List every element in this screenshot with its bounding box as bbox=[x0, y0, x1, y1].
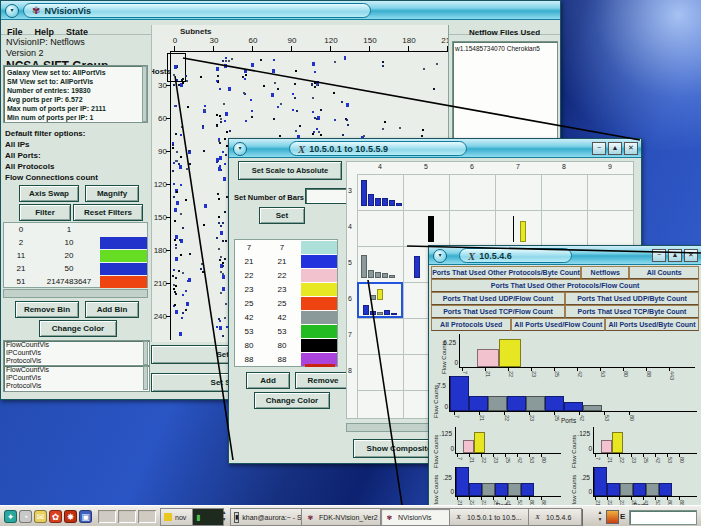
view-item[interactable]: IPCountVis bbox=[4, 349, 149, 357]
chart-xtick-mark bbox=[469, 454, 470, 457]
taskbar-task-khan-aurora-sh[interactable]: ▮khan@aurora:~ - Sh bbox=[230, 508, 306, 526]
taskbar-task-fdk-nvision-ver2[interactable]: ✾FDK-NVision_Ver2 bbox=[301, 508, 385, 526]
panel-slot[interactable] bbox=[98, 510, 116, 523]
set-button[interactable]: Set bbox=[259, 207, 305, 224]
close-button[interactable]: ✕ bbox=[684, 249, 698, 262]
port-bin-row[interactable]: 2525 bbox=[235, 296, 337, 310]
grid-cell[interactable] bbox=[357, 246, 403, 282]
galaxy-dot bbox=[172, 170, 174, 172]
pager-spinner[interactable]: ▲▼ bbox=[596, 509, 604, 524]
run-icon[interactable] bbox=[606, 510, 619, 524]
magnify-button[interactable]: Magnify bbox=[85, 185, 139, 202]
minimize-button[interactable]: − bbox=[592, 142, 606, 155]
reset-filters-button[interactable]: Reset Filters bbox=[73, 204, 143, 221]
port-bin-row[interactable]: 2121 bbox=[235, 254, 337, 268]
smv-add-button[interactable]: Add bbox=[246, 372, 290, 389]
bin-row[interactable]: 1120 bbox=[4, 249, 147, 262]
tab-all-ports-used-flow-count[interactable]: All Ports Used/Flow Count bbox=[511, 318, 605, 331]
maximize-button[interactable]: ▲ bbox=[608, 142, 622, 155]
tab-all-counts[interactable]: All Counts bbox=[629, 266, 699, 279]
chart-xtick-mark bbox=[629, 412, 630, 415]
grid-cell[interactable] bbox=[357, 174, 403, 210]
maximize-button[interactable]: ▲ bbox=[668, 249, 682, 262]
panel-slot[interactable] bbox=[118, 510, 136, 523]
tab-ports-that-used-other-protocols-byte-count[interactable]: Ports That Used Other Protocols/Byte Cou… bbox=[431, 266, 581, 279]
grid-cell-selected[interactable] bbox=[357, 282, 403, 318]
taskbar-task-nvisionvis[interactable]: ✾NVisionVis bbox=[380, 508, 454, 526]
minimize-button[interactable]: − bbox=[652, 249, 666, 262]
grid-cell[interactable] bbox=[403, 210, 449, 246]
tab-all-ports-used-byte-count[interactable]: All Ports Used/Byte Count bbox=[605, 318, 699, 331]
tab-ports-that-used-tcp-byte-count[interactable]: Ports That Used TCP/Byte Count bbox=[565, 305, 699, 318]
set-scale-absolute-button[interactable]: Set Scale to Absolute bbox=[238, 161, 342, 180]
launcher-app1-icon[interactable]: ✿ bbox=[49, 510, 62, 523]
bin-row[interactable]: 210 bbox=[4, 236, 147, 249]
view-item[interactable]: ProtocolVis bbox=[4, 382, 149, 390]
bin-row[interactable]: 2150 bbox=[4, 262, 147, 275]
galaxy-dot bbox=[172, 142, 174, 144]
tab-ports-that-used-other-protocols-flow-count[interactable]: Ports That Used Other Protocols/Flow Cou… bbox=[431, 279, 699, 292]
port-bin-row[interactable]: 77 bbox=[235, 240, 337, 254]
galaxy-dot bbox=[273, 118, 275, 120]
port-bin-color-swatch bbox=[301, 255, 337, 268]
view-item[interactable]: ProtocolVis bbox=[4, 357, 149, 365]
taskbar-task-10-5-0-1-to-10-5-[interactable]: X10.5.0.1 to 10.5... bbox=[449, 508, 533, 526]
menu-state[interactable]: State bbox=[66, 27, 88, 37]
view-item[interactable]: IPCountVis bbox=[4, 374, 149, 382]
change-color-button[interactable]: Change Color bbox=[39, 320, 117, 337]
smv-remove-button[interactable]: Remove bbox=[295, 372, 351, 389]
menu-help[interactable]: Help bbox=[35, 27, 55, 37]
list-scrollbar[interactable] bbox=[143, 341, 148, 365]
launcher-app2-icon[interactable]: ✸ bbox=[64, 510, 77, 523]
detail-titlebar[interactable]: ▾ X 10.5.4.6 − ▲ ✕ bbox=[429, 246, 701, 265]
smv-titlebar[interactable]: ▾ X 10.5.0.1 to 10.5.5.9 − ▲ ✕ bbox=[229, 139, 641, 158]
tab-ports-that-used-udp-byte-count[interactable]: Ports That Used UDP/Byte Count bbox=[565, 292, 699, 305]
filter-button[interactable]: Filter bbox=[19, 204, 71, 221]
grid-cell[interactable] bbox=[495, 210, 541, 246]
bin-table-hscrollbar[interactable] bbox=[3, 289, 148, 298]
stats-scrollbar[interactable] bbox=[142, 66, 147, 122]
galaxy-dot bbox=[279, 135, 281, 137]
port-bin-row[interactable]: 2323 bbox=[235, 282, 337, 296]
bin-row[interactable]: 01 bbox=[4, 223, 147, 236]
launcher-mail-icon[interactable]: ✉ bbox=[34, 510, 47, 523]
bin-row[interactable]: 512147483647 bbox=[4, 275, 147, 288]
galaxy-ytick-label: 150 bbox=[152, 213, 167, 222]
smv-change-color-button[interactable]: Change Color bbox=[254, 392, 330, 409]
tab-ports-that-used-udp-flow-count[interactable]: Ports That Used UDP/Flow Count bbox=[431, 292, 565, 305]
taskbar-task-10-5-4-6[interactable]: X10.5.4.6 bbox=[528, 508, 582, 526]
x11-icon: X bbox=[298, 144, 305, 154]
tab-all-protocols-used[interactable]: All Protocols Used bbox=[431, 318, 511, 331]
galaxy-dot bbox=[204, 109, 206, 111]
panel-button-nov[interactable]: nov bbox=[160, 508, 196, 526]
run-command-input[interactable] bbox=[629, 510, 697, 525]
window-menu-icon[interactable]: ▾ bbox=[433, 249, 447, 263]
launcher-clock-icon[interactable]: ◔ bbox=[19, 510, 32, 523]
port-bin-row[interactable]: 2222 bbox=[235, 268, 337, 282]
chart-xtick-label: 22 bbox=[507, 371, 514, 383]
remove-bin-button[interactable]: Remove Bin bbox=[15, 301, 79, 318]
port-bin-row[interactable]: 4242 bbox=[235, 310, 337, 324]
tab-row: Ports That Used Other Protocols/Byte Cou… bbox=[431, 266, 699, 279]
galaxy-dot bbox=[218, 216, 220, 218]
window-menu-icon[interactable]: ▾ bbox=[233, 142, 247, 156]
view-item[interactable]: FlowCountVis bbox=[4, 366, 149, 374]
port-bin-row[interactable]: 5353 bbox=[235, 324, 337, 338]
view-item[interactable]: FlowCountVis bbox=[4, 341, 149, 349]
launcher-kmenu-icon[interactable]: ✦ bbox=[4, 510, 17, 523]
panel-slot[interactable] bbox=[138, 510, 156, 523]
tab-netflows[interactable]: Netflows bbox=[581, 266, 629, 279]
list-scrollbar[interactable] bbox=[143, 366, 148, 390]
menu-file[interactable]: File bbox=[7, 27, 23, 37]
launcher-monitor-icon[interactable]: ▣ bbox=[79, 510, 92, 523]
window-menu-icon[interactable]: ▾ bbox=[5, 4, 19, 18]
add-bin-button[interactable]: Add Bin bbox=[85, 301, 139, 318]
tab-ports-that-used-tcp-flow-count[interactable]: Ports That Used TCP/Flow Count bbox=[431, 305, 565, 318]
axis-swap-button[interactable]: Axis Swap bbox=[19, 185, 79, 202]
panel-spinner[interactable]: ▲▼ bbox=[220, 509, 228, 524]
chart-xtick-mark bbox=[529, 412, 530, 415]
port-bin-row[interactable]: 8080 bbox=[235, 338, 337, 352]
galaxy-dot bbox=[175, 293, 177, 295]
close-button[interactable]: ✕ bbox=[624, 142, 638, 155]
main-titlebar[interactable]: ▾ ✾ NVisionVis bbox=[1, 1, 560, 20]
